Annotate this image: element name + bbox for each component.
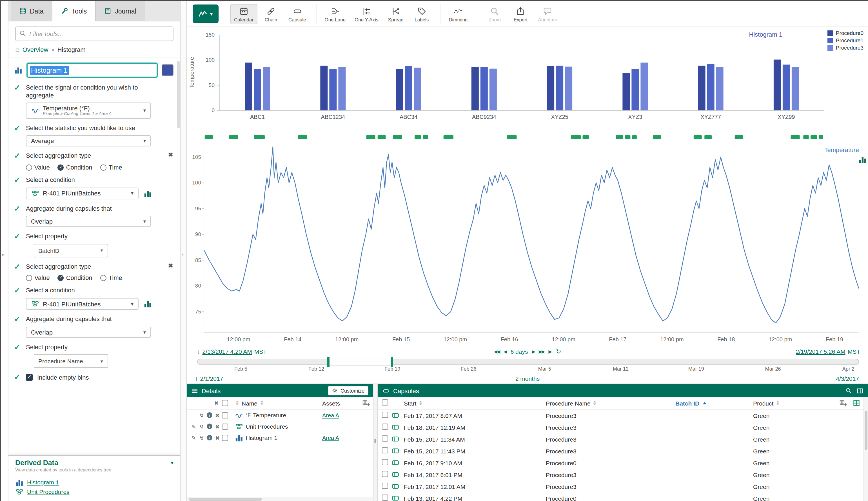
trend-series-label[interactable]: Temperature — [824, 147, 859, 153]
radio-value[interactable]: Value — [26, 275, 50, 281]
table-row[interactable]: Feb 13, 2017 4:22 PMProcedure0Green — [378, 492, 868, 501]
range-slider-track[interactable] — [197, 359, 859, 365]
column-header-assets[interactable]: Assets — [322, 399, 360, 406]
y-axis-tool-icon[interactable] — [858, 156, 867, 164]
table-row[interactable]: Feb 17, 2017 8:07 AMProcedure3Green — [378, 409, 868, 421]
edit-icon[interactable]: ✎ — [191, 423, 196, 429]
table-row[interactable]: Feb 14, 2017 6:01 PMProcedure3Green — [378, 469, 868, 480]
capsules-scrollbar[interactable] — [864, 397, 868, 501]
add-column-icon[interactable] — [839, 399, 847, 407]
select-all-checkbox[interactable] — [382, 399, 388, 406]
capsule-properties-icon[interactable] — [853, 399, 860, 407]
derive-icon[interactable]: ↯ — [199, 435, 204, 441]
color-swatch-button[interactable] — [162, 64, 173, 76]
row-checkbox[interactable] — [382, 424, 388, 430]
tab-tools[interactable]: Tools — [53, 1, 96, 21]
remove-all-icon[interactable]: ✖ — [214, 400, 219, 406]
sort-icon[interactable] — [593, 400, 597, 406]
derived-item-link[interactable]: Unit Procedures — [27, 488, 69, 495]
sidebar-scrollbar[interactable] — [177, 61, 180, 451]
export-button[interactable]: Export — [508, 4, 533, 24]
select-all-checkbox[interactable] — [222, 400, 228, 406]
sort-icon[interactable] — [260, 400, 264, 406]
row-checkbox[interactable] — [382, 459, 388, 465]
trend-chart[interactable]: 758085909510010512:00 pmFeb 1412:00 pmFe… — [187, 134, 868, 346]
range-slider-window[interactable] — [328, 358, 393, 366]
derived-data-header[interactable]: Derived Data ▾ — [15, 459, 173, 467]
legend-item[interactable]: Procedure0 — [827, 30, 864, 36]
remove-icon[interactable]: ✖ — [215, 412, 220, 418]
table-row[interactable]: Feb 18, 2017 12:19 AMProcedure3Green — [378, 421, 868, 433]
asset-link[interactable]: Area A — [322, 412, 339, 418]
asset-link[interactable]: Area A — [322, 435, 339, 441]
during-dropdown-1[interactable]: Overlap ▾ — [26, 216, 151, 227]
column-header-procedure-name[interactable]: Procedure Name — [546, 399, 591, 406]
spread-button[interactable]: Spread — [383, 4, 408, 24]
item-name[interactable]: Unit Procedures — [246, 423, 288, 430]
tool-name-input[interactable]: Histogram 1 — [26, 63, 158, 78]
customize-button[interactable]: Customize — [328, 386, 368, 395]
breadcrumb-overview-link[interactable]: Overview — [22, 46, 49, 53]
row-checkbox[interactable] — [382, 471, 388, 477]
sidebar-splitter[interactable]: ‹ — [180, 1, 187, 501]
during-dropdown-2[interactable]: Overlap ▾ — [26, 327, 151, 338]
column-header-batch-id[interactable]: Batch ID — [675, 399, 699, 406]
row-checkbox[interactable] — [382, 435, 388, 441]
sort-icon[interactable] — [235, 400, 239, 406]
step-forward-fast-icon[interactable]: ▶▶ — [539, 349, 545, 354]
panel-layout-icon[interactable] — [857, 387, 864, 394]
tab-data[interactable]: Data — [11, 1, 53, 21]
radio-value[interactable]: Value — [26, 164, 50, 171]
collapse-left-panel-icon[interactable]: « — [2, 251, 5, 257]
duration-label[interactable]: 6 days — [511, 348, 528, 355]
table-row[interactable]: ✎ ↯ i ✖ Unit Procedures — [187, 421, 373, 432]
row-checkbox[interactable] — [222, 435, 228, 441]
table-row[interactable]: Feb 15, 2017 11:43 PMProcedure3Green — [378, 445, 868, 457]
step-to-end-icon[interactable]: ▶| — [548, 349, 552, 354]
property-select-2[interactable]: Procedure Name ▼ — [34, 354, 108, 368]
item-name[interactable]: Histogram 1 — [246, 434, 277, 441]
zoom-to-capsule-icon[interactable] — [846, 387, 852, 394]
remove-section-icon[interactable]: ✖ — [168, 263, 173, 269]
remove-icon[interactable]: ✖ — [215, 435, 220, 441]
sort-icon[interactable] — [418, 400, 423, 406]
display-mode-button[interactable]: ▾ — [193, 4, 218, 23]
info-icon[interactable]: i — [207, 435, 212, 440]
sort-asc-icon[interactable] — [701, 401, 707, 406]
panels-splitter[interactable]: ‖ — [373, 384, 378, 501]
derived-item-link[interactable]: Histogram 1 — [27, 479, 59, 486]
derive-icon[interactable]: ↯ — [199, 412, 204, 418]
signal-select-dropdown[interactable]: Temperature (°F) Example » Cooling Tower… — [26, 102, 151, 119]
info-icon[interactable]: i — [207, 412, 212, 418]
condition-dropdown-1[interactable]: R-401 PIUnitBatches ▾ — [26, 187, 139, 199]
row-checkbox[interactable] — [382, 412, 388, 418]
radio-time[interactable]: Time — [100, 164, 122, 171]
range-handle-right[interactable] — [391, 357, 393, 367]
item-name[interactable]: Temperature — [253, 412, 286, 418]
derive-icon[interactable]: ↯ — [199, 423, 204, 429]
remove-icon[interactable]: ✖ — [215, 423, 220, 429]
row-checkbox[interactable] — [382, 447, 388, 454]
refresh-icon[interactable]: ↻ — [556, 348, 561, 355]
step-forward-icon[interactable]: ▶ — [532, 349, 535, 354]
filter-tools-input[interactable] — [15, 26, 173, 41]
collapse-sidebar-icon[interactable]: ‹ — [182, 251, 184, 257]
info-icon[interactable]: i — [207, 424, 212, 429]
calendar-button[interactable]: Calendar — [230, 4, 257, 24]
histogram-chart[interactable]: Temperature050100150ABC1ABC1234ABC34ABC9… — [187, 27, 868, 134]
details-horizontal-scrollbar[interactable] — [187, 497, 373, 501]
statistic-dropdown[interactable]: Average ▾ — [26, 136, 151, 147]
condition-dropdown-2[interactable]: R-401 PIUnitBatches ▾ — [26, 298, 139, 310]
edit-icon[interactable]: ✎ — [191, 435, 196, 441]
column-header-product[interactable]: Product — [753, 399, 773, 406]
one-lane-button[interactable]: One Lane — [321, 4, 350, 24]
table-row[interactable]: ✎ ↯ i ✖ °F Temperature Area A — [187, 409, 373, 421]
radio-time[interactable]: Time — [100, 275, 122, 281]
column-header-name[interactable]: Name — [242, 399, 257, 406]
table-row[interactable]: ✎ ↯ i ✖ Histogram 1 Area A — [187, 432, 373, 443]
condition-chart-icon[interactable] — [143, 300, 152, 308]
dimming-button[interactable]: Dimming — [445, 4, 471, 24]
overview-duration-label[interactable]: 2 months — [187, 375, 868, 382]
legend-item[interactable]: Procedure3 — [827, 44, 864, 51]
table-row[interactable]: Feb 17, 2017 12:01 AMProcedure3Green — [378, 480, 868, 492]
